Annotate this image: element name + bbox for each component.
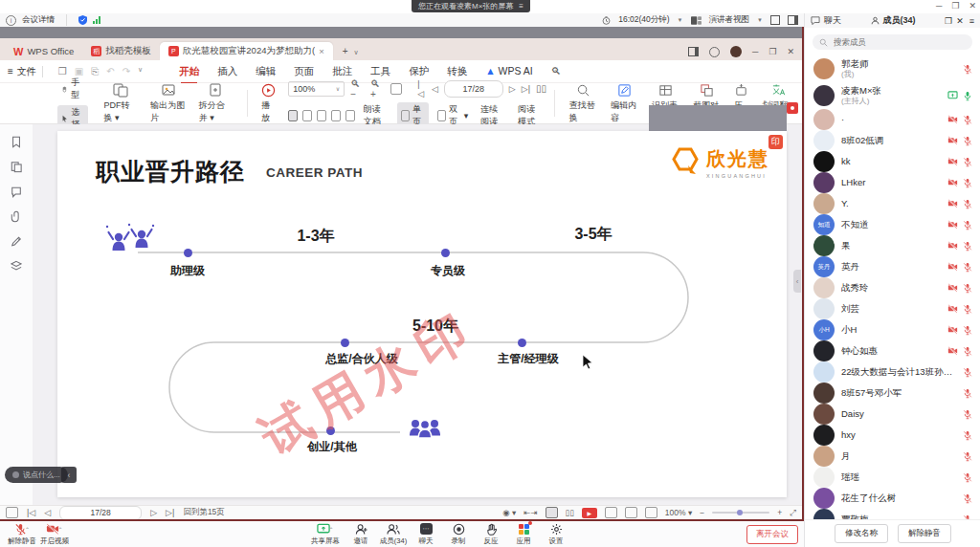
panel-close-icon[interactable]: ✕ bbox=[956, 16, 964, 26]
layout2-status-icon[interactable] bbox=[625, 507, 637, 518]
tab-tools[interactable]: 工具 bbox=[370, 65, 390, 78]
member-row[interactable]: Daisy bbox=[805, 404, 980, 425]
layout-icon[interactable] bbox=[788, 15, 798, 25]
timer-caret-icon[interactable]: ▼ bbox=[678, 17, 683, 23]
wps-docer-tab[interactable]: 稻 找稻壳模板 bbox=[82, 42, 160, 60]
eye-mode-icon[interactable]: ◉ ▾ bbox=[502, 508, 516, 517]
pdf-convert-button[interactable]: PDF转换 ▾ bbox=[104, 83, 138, 124]
play-slideshow-button[interactable]: ▶ bbox=[582, 508, 597, 518]
file-menu[interactable]: ≡ 文件 bbox=[8, 65, 36, 78]
unmute-button[interactable]: ⌃ 解除静音 bbox=[6, 522, 38, 546]
single-page-status-icon[interactable] bbox=[546, 507, 558, 518]
tab-comment[interactable]: 批注 bbox=[332, 65, 352, 78]
danmaku-input[interactable]: 说点什么... bbox=[5, 467, 68, 483]
export-image-button[interactable]: 输出为图片 bbox=[150, 83, 185, 124]
view-mode-label[interactable]: 演讲者视图 bbox=[709, 14, 750, 26]
redo-icon[interactable]: ↷ bbox=[122, 66, 130, 77]
attachment-icon[interactable] bbox=[11, 210, 22, 223]
leave-meeting-button[interactable]: 离开会议 bbox=[746, 525, 798, 544]
signature-pen-icon[interactable] bbox=[11, 235, 22, 248]
status-first-page-button[interactable]: |◁ bbox=[27, 508, 35, 517]
wps-workspace-icon[interactable] bbox=[688, 47, 699, 56]
member-row[interactable]: 凌素M×张 (主持人) bbox=[805, 82, 980, 109]
member-row[interactable]: 知道 不知道 bbox=[805, 214, 980, 235]
member-row[interactable]: kk bbox=[805, 151, 980, 172]
zoom-plus-button[interactable]: + bbox=[777, 508, 782, 517]
first-page-button[interactable]: |◁ bbox=[417, 79, 426, 98]
wps-account-avatar[interactable] bbox=[730, 46, 742, 57]
book-view-icon[interactable]: ▯▯ bbox=[536, 83, 546, 94]
zoom-in-icon[interactable]: 🔍︎+ bbox=[370, 78, 385, 99]
member-row[interactable]: 小H 小H bbox=[805, 319, 980, 340]
tab-insert[interactable]: 插入 bbox=[217, 65, 237, 78]
start-video-button[interactable]: ⌃ 开启视频 bbox=[38, 522, 71, 546]
info-icon[interactable]: i bbox=[6, 15, 16, 26]
zoom-select[interactable]: 100%∨ bbox=[288, 81, 345, 97]
status-page-input[interactable] bbox=[59, 506, 142, 520]
apps-button[interactable]: 应用 bbox=[507, 522, 540, 546]
member-row[interactable]: 刘芸 bbox=[805, 298, 980, 319]
layers-icon[interactable] bbox=[11, 260, 22, 273]
unmute-all-button[interactable]: 解除静音 bbox=[898, 524, 951, 543]
status-last-page-button[interactable]: ▷| bbox=[166, 508, 174, 517]
security-shield-icon[interactable] bbox=[78, 15, 87, 25]
rotate-right-icon[interactable] bbox=[345, 110, 355, 121]
new-tab-button[interactable]: + bbox=[343, 46, 348, 56]
member-search-input[interactable] bbox=[832, 36, 950, 48]
reactions-button[interactable]: 反应 bbox=[475, 522, 507, 546]
tab-wps-ai[interactable]: ▲ WPS AI bbox=[485, 65, 533, 78]
double-page-status-icon[interactable]: ▯▯ bbox=[566, 508, 574, 517]
status-prev-page-button[interactable]: ◁ bbox=[44, 508, 51, 517]
quickbar-caret-icon[interactable]: ∨ bbox=[138, 66, 143, 77]
zoom-minus-button[interactable]: − bbox=[700, 508, 704, 517]
page-number-input[interactable] bbox=[444, 80, 503, 98]
member-row[interactable]: 钟心如惠 bbox=[805, 340, 980, 361]
member-row[interactable]: 8班57号邓小军 bbox=[805, 383, 980, 404]
share-screen-button[interactable]: ⌃ 共享屏幕 bbox=[306, 522, 345, 546]
play-button[interactable]: 播放 bbox=[261, 83, 276, 124]
window-close-button[interactable]: ✕ bbox=[969, 1, 976, 11]
status-zoom-label[interactable]: 100% ▾ bbox=[665, 508, 692, 517]
member-row[interactable]: LHker bbox=[805, 172, 980, 193]
print-icon[interactable]: ⎘ bbox=[91, 66, 99, 77]
zoom-slider[interactable] bbox=[712, 512, 769, 514]
undo-icon[interactable]: ↶ bbox=[106, 66, 114, 77]
invite-button[interactable]: 邀请 bbox=[345, 522, 377, 546]
member-row[interactable]: 花生了什么树 bbox=[805, 488, 980, 509]
panel-members-tab[interactable]: 成员(34) bbox=[883, 14, 916, 27]
tab-start[interactable]: 开始 bbox=[179, 65, 199, 78]
fit-width-status-icon[interactable]: ⇤⇥ bbox=[523, 508, 537, 517]
menubar-search-icon[interactable]: 🔍︎ bbox=[551, 65, 562, 78]
member-search-box[interactable] bbox=[813, 34, 972, 50]
rename-button[interactable]: 修改名称 bbox=[835, 524, 888, 543]
member-row[interactable]: 郭老师 (我) bbox=[805, 55, 980, 82]
back-to-page-link[interactable]: 回到第15页 bbox=[183, 507, 224, 518]
fit-width-icon[interactable] bbox=[288, 110, 298, 121]
edit-content-button[interactable]: 编辑内容 bbox=[611, 83, 638, 124]
danmaku-collapse-button[interactable]: ‹ bbox=[61, 467, 77, 483]
wps-close-button[interactable]: ✕ bbox=[787, 47, 794, 56]
rotate-left-icon[interactable] bbox=[331, 110, 341, 121]
status-next-page-button[interactable]: ▷ bbox=[150, 508, 157, 517]
zoom-out-icon[interactable]: 🔍︎− bbox=[350, 78, 365, 99]
member-row[interactable]: 英丹 英丹 bbox=[805, 256, 980, 277]
member-row[interactable]: Y. bbox=[805, 193, 980, 214]
fullscreen-status-icon[interactable]: ⤢ bbox=[790, 508, 796, 518]
member-row[interactable]: hxy bbox=[805, 425, 980, 446]
member-row[interactable]: 战秀玲 bbox=[805, 277, 980, 298]
member-row[interactable]: 8班02低调 bbox=[805, 130, 980, 151]
split-merge-button[interactable]: 拆分合并 ▾ bbox=[199, 83, 233, 124]
wps-document-tab[interactable]: P 欣光慧校园宣讲2024为梦想助力( × bbox=[160, 42, 333, 60]
thumbnail-icon[interactable] bbox=[11, 161, 22, 173]
fit-page-icon[interactable] bbox=[390, 83, 402, 95]
wps-home-tab[interactable]: W WPS Office bbox=[5, 42, 82, 60]
record-button[interactable]: 录制 bbox=[442, 522, 475, 546]
hand-tool-button[interactable]: 手型 bbox=[57, 76, 88, 102]
wps-globe-icon[interactable] bbox=[709, 47, 720, 57]
panel-popout-icon[interactable]: ❐ bbox=[945, 16, 952, 26]
wps-minimize-button[interactable]: ─ bbox=[752, 47, 758, 56]
wps-restore-button[interactable]: ❐ bbox=[768, 47, 776, 56]
layout3-status-icon[interactable] bbox=[645, 507, 657, 518]
layout1-status-icon[interactable] bbox=[605, 507, 617, 518]
chat-button[interactable]: ⋯ 聊天 bbox=[410, 522, 442, 546]
